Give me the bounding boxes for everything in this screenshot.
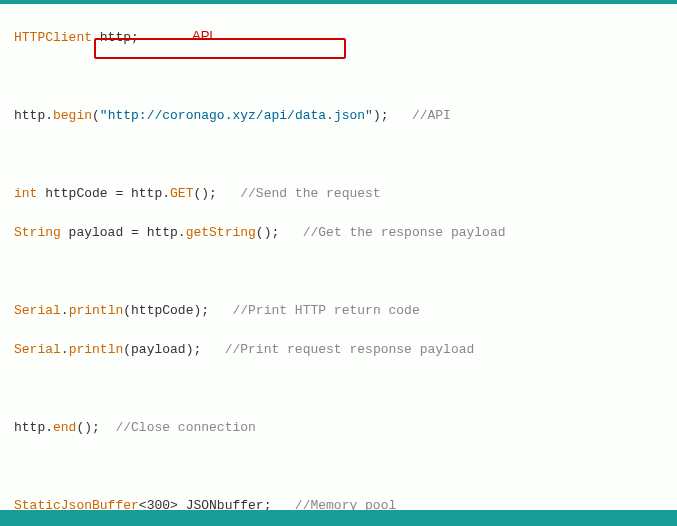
code-line <box>14 262 663 282</box>
code-line <box>14 67 663 87</box>
code-line: String payload = http.getString(); //Get… <box>14 223 663 243</box>
code-line <box>14 145 663 165</box>
code-line: Serial.println(payload); //Print request… <box>14 340 663 360</box>
code-line <box>14 379 663 399</box>
code-line: http.end(); //Close connection <box>14 418 663 438</box>
code-editor[interactable]: HTTPClient http; http.begin("http://coro… <box>0 4 677 526</box>
code-line: Serial.println(httpCode); //Print HTTP r… <box>14 301 663 321</box>
code-line: http.begin("http://coronago.xyz/api/data… <box>14 106 663 126</box>
code-line: int httpCode = http.GET(); //Send the re… <box>14 184 663 204</box>
code-line: HTTPClient http; <box>14 28 663 48</box>
bottom-bar <box>0 510 677 526</box>
code-line <box>14 457 663 477</box>
